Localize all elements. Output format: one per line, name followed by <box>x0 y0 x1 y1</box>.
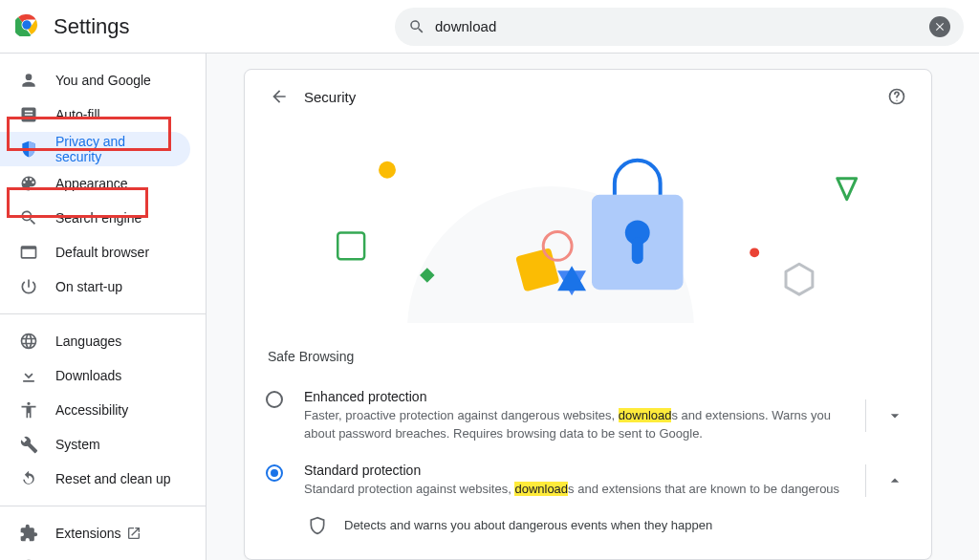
option-enhanced-protection[interactable]: Enhanced protection Faster, proactive pr… <box>245 379 931 453</box>
sidebar-item-label: Languages <box>55 334 121 349</box>
sidebar-item-autofill[interactable]: Auto-fill <box>0 97 190 132</box>
sidebar-item-reset[interactable]: Reset and clean up <box>0 462 190 496</box>
option-title: Standard protection <box>304 463 858 478</box>
sidebar-item-extensions[interactable]: Extensions <box>0 516 190 550</box>
sidebar-item-label: System <box>55 437 100 452</box>
sidebar-item-label: Search engine <box>55 210 141 226</box>
sidebar-item-languages[interactable]: Languages <box>0 324 190 358</box>
browser-icon <box>19 243 38 262</box>
extension-icon <box>19 524 38 543</box>
svg-point-12 <box>543 231 572 260</box>
palette-icon <box>19 174 38 193</box>
option-title: Enhanced protection <box>304 389 858 404</box>
search-icon <box>19 208 38 227</box>
shield-outline-icon <box>308 516 327 535</box>
search-icon <box>408 18 425 35</box>
svg-marker-19 <box>786 264 813 294</box>
wrench-icon <box>19 435 38 454</box>
sidebar-item-about-chrome[interactable]: About Chrome <box>0 550 190 560</box>
option-description: Standard protection against websites, do… <box>304 481 858 499</box>
svg-point-18 <box>750 248 759 257</box>
sidebar-item-label: Downloads <box>55 368 121 383</box>
power-icon <box>19 277 38 296</box>
search-bar[interactable] <box>395 8 964 46</box>
radio-enhanced[interactable] <box>266 391 283 408</box>
security-card: Security <box>244 69 932 560</box>
svg-point-7 <box>896 100 897 101</box>
option-description: Faster, proactive protection against dan… <box>304 407 858 443</box>
sidebar-item-label: Accessibility <box>55 402 128 418</box>
svg-rect-8 <box>337 232 364 259</box>
settings-title: Settings <box>54 14 130 39</box>
search-input[interactable] <box>435 18 929 34</box>
radio-standard[interactable] <box>266 464 283 482</box>
globe-icon <box>19 332 38 351</box>
sidebar-item-label: Default browser <box>55 245 149 260</box>
reset-icon <box>19 469 38 488</box>
sidebar-item-label: Appearance <box>55 176 128 191</box>
help-button[interactable] <box>880 79 914 114</box>
sidebar-item-label: Extensions <box>55 526 120 541</box>
option-standard-protection[interactable]: Standard protection Standard protection … <box>245 453 931 508</box>
sidebar-item-system[interactable]: System <box>0 427 190 462</box>
download-icon <box>19 366 38 385</box>
collapse-button[interactable] <box>876 471 914 490</box>
person-icon <box>19 71 38 90</box>
sidebar-item-label: Reset and clean up <box>55 471 171 486</box>
sidebar-item-accessibility[interactable]: Accessibility <box>0 393 190 427</box>
svg-rect-10 <box>420 268 434 282</box>
sidebar-item-privacy-security[interactable]: Privacy and security <box>0 132 190 166</box>
standard-subline: Detects and warns you about dangerous ev… <box>245 508 931 549</box>
sidebar-item-label: You and Google <box>55 73 151 88</box>
svg-marker-14 <box>557 266 586 291</box>
sidebar-divider <box>0 313 206 314</box>
sidebar-item-label: Privacy and security <box>55 134 171 164</box>
sidebar-item-on-startup[interactable]: On start-up <box>0 269 190 304</box>
clear-search-button[interactable] <box>929 16 950 37</box>
svg-rect-17 <box>632 237 643 264</box>
sidebar-item-appearance[interactable]: Appearance <box>0 166 190 201</box>
chrome-logo-icon <box>15 13 38 40</box>
back-button[interactable] <box>262 79 296 114</box>
page-title: Security <box>304 89 356 105</box>
expand-button[interactable] <box>876 406 914 425</box>
security-illustration <box>245 123 931 324</box>
svg-rect-11 <box>515 248 559 291</box>
sidebar-item-you-and-google[interactable]: You and Google <box>0 63 190 97</box>
svg-point-9 <box>379 162 396 179</box>
svg-marker-20 <box>838 179 857 200</box>
shield-icon <box>19 140 38 159</box>
sidebar-item-label: Auto-fill <box>55 107 100 122</box>
sidebar-divider <box>0 506 206 506</box>
accessibility-icon <box>19 400 38 420</box>
autofill-icon <box>19 105 38 124</box>
sidebar-item-label: On start-up <box>55 279 122 294</box>
section-label-safe-browsing: Safe Browsing <box>245 324 931 379</box>
sidebar-item-search-engine[interactable]: Search engine <box>0 201 190 235</box>
external-link-icon <box>126 526 141 541</box>
sidebar-item-default-browser[interactable]: Default browser <box>0 235 190 269</box>
sidebar-item-downloads[interactable]: Downloads <box>0 358 190 393</box>
